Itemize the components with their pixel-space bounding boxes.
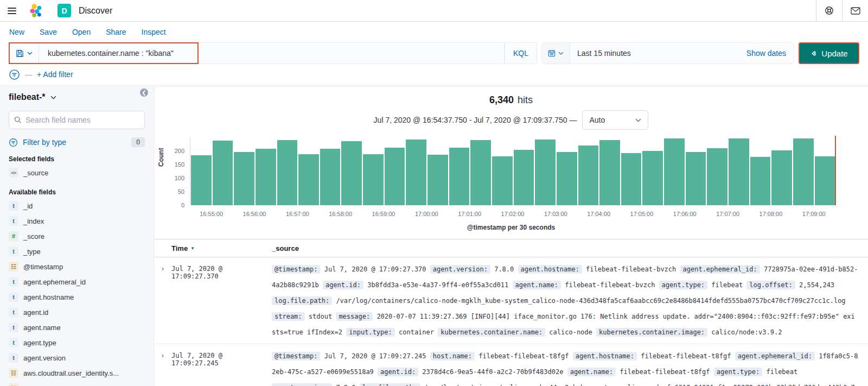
- saved-query-menu-button[interactable]: [10, 43, 39, 63]
- histogram-bar-16:55:00[interactable]: [213, 141, 233, 205]
- date-quick-select-button[interactable]: [542, 43, 570, 64]
- menu-item-save[interactable]: Save: [40, 28, 57, 36]
- add-filter-button[interactable]: + Add filter: [37, 70, 73, 79]
- filter-count-badge: 0: [131, 137, 145, 147]
- selected-fields-heading: Selected fields: [9, 155, 145, 163]
- field-item-agent.ephemeral_id[interactable]: tagent.ephemeral_id: [9, 274, 145, 289]
- collapse-sidebar-button[interactable]: ❮: [140, 88, 148, 97]
- field-name-badge: log.file.path:: [360, 383, 420, 386]
- field-name-badge: input.type:: [346, 328, 394, 337]
- menu-item-new[interactable]: New: [9, 28, 24, 36]
- histogram-bar-17:03:30[interactable]: [578, 145, 599, 205]
- histogram-bar-17:08:00[interactable]: [771, 150, 792, 205]
- histogram-bar-17:06:30[interactable]: [707, 148, 727, 206]
- doc-source: @timestamp: Jul 7, 2020 @ 17:09:27.245 h…: [272, 349, 868, 386]
- histogram-bar-17:05:30[interactable]: [664, 138, 685, 205]
- hits-label: hits: [518, 94, 533, 105]
- field-name-badge: kubernetes.container.name:: [438, 328, 545, 337]
- filter-icon: [9, 138, 18, 147]
- histogram-bar-17:07:30[interactable]: [750, 157, 771, 205]
- histogram-bar-17:02:00[interactable]: [514, 150, 534, 206]
- y-tick-100: 100: [175, 175, 184, 181]
- histogram-bar-16:57:30[interactable]: [320, 149, 341, 205]
- x-tick-16:55:00: 16:55:00: [190, 211, 233, 217]
- x-tick-16:57:00: 16:57:00: [276, 211, 319, 217]
- histogram-bar-17:06:00[interactable]: [686, 152, 706, 205]
- interval-select[interactable]: Auto: [582, 110, 648, 130]
- string-field-type-icon: t: [9, 277, 18, 287]
- field-item-_id[interactable]: t_id: [9, 198, 145, 213]
- field-name: _type: [23, 248, 41, 256]
- field-item-agent.version[interactable]: tagent.version: [9, 350, 145, 365]
- field-item-@timestamp[interactable]: ☷@timestamp: [9, 259, 145, 274]
- histogram-bar-17:00:30[interactable]: [449, 148, 470, 205]
- update-button[interactable]: Update: [799, 42, 859, 64]
- menu-icon[interactable]: [0, 0, 24, 21]
- string-field-type-icon: t: [9, 201, 18, 211]
- field-name-badge: agent.name:: [567, 368, 616, 376]
- histogram-bar-17:00:00[interactable]: [427, 155, 448, 206]
- histogram-bar-17:03:00[interactable]: [557, 152, 577, 206]
- field-name: _source: [23, 169, 48, 177]
- histogram-bar-16:56:30[interactable]: [277, 140, 298, 206]
- field-name: _id: [23, 202, 33, 210]
- expand-row-icon[interactable]: ›: [154, 349, 171, 386]
- time-column-header[interactable]: Time ▼: [171, 244, 272, 252]
- histogram-bar-16:57:00[interactable]: [298, 154, 319, 206]
- field-item-agent.id[interactable]: tagent.id: [9, 305, 145, 320]
- discover-app-icon[interactable]: D: [58, 4, 71, 17]
- query-input[interactable]: kubernetes.container.name : "kibana": [39, 43, 197, 63]
- histogram-bar-17:09:00[interactable]: [815, 156, 835, 205]
- histogram-bar-17:01:00[interactable]: [470, 140, 491, 205]
- field-item-agent.type[interactable]: tagent.type: [9, 335, 145, 350]
- y-axis-title: Count: [157, 148, 165, 167]
- menu-item-open[interactable]: Open: [72, 28, 91, 36]
- chevron-down-icon: [635, 118, 641, 122]
- histogram-bar-16:56:00[interactable]: [256, 149, 276, 205]
- date-field-type-icon: ☷: [9, 262, 18, 271]
- histogram-bar-17:02:30[interactable]: [535, 140, 556, 206]
- histogram-bar-17:01:30[interactable]: [492, 156, 513, 205]
- query-language-button[interactable]: KQL: [505, 42, 537, 64]
- menu-item-share[interactable]: Share: [106, 28, 126, 36]
- histogram-bar-16:58:00[interactable]: [341, 141, 362, 205]
- x-tick-17:08:00: 17:08:00: [749, 211, 792, 217]
- histogram-bar-17:07:00[interactable]: [729, 138, 749, 206]
- field-item-agent.name[interactable]: tagent.name: [9, 320, 145, 335]
- field-name-badge: agent.type:: [659, 281, 707, 289]
- histogram-bar-17:04:30[interactable]: [621, 153, 642, 206]
- available-fields-heading: Available fields: [9, 188, 145, 196]
- histogram-bar-16:59:30[interactable]: [406, 140, 426, 206]
- index-pattern-switcher[interactable]: filebeat-*: [9, 92, 145, 102]
- field-item-_type[interactable]: t_type: [9, 244, 145, 259]
- histogram-bar-17:08:30[interactable]: [793, 138, 814, 206]
- field-item-aws.cloudtrail.user_identity.s...[interactable]: ☷aws.cloudtrail.user_identity.s...: [9, 365, 145, 381]
- histogram-bar-17:05:00[interactable]: [642, 151, 663, 205]
- filter-by-type-button[interactable]: Filter by type: [9, 138, 66, 147]
- doc-timestamp: Jul 7, 2020 @ 17:09:27.370: [171, 262, 272, 340]
- histogram-bar-16:58:30[interactable]: [363, 154, 384, 205]
- field-item-_index[interactable]: t_index: [9, 213, 145, 229]
- query-input-extension[interactable]: [199, 42, 505, 64]
- histogram-bar-16:59:00[interactable]: [385, 148, 405, 205]
- expand-row-icon[interactable]: ›: [154, 262, 171, 340]
- field-search-input[interactable]: Search field names: [9, 111, 145, 129]
- x-tick-17:02:00: 17:02:00: [491, 211, 534, 217]
- time-range-value[interactable]: Last 15 minutes: [570, 49, 739, 58]
- field-item-_source[interactable]: </>_source: [9, 165, 145, 180]
- x-tick-16:56:00: 16:56:00: [233, 211, 276, 217]
- field-name-badge: log.offset:: [746, 281, 795, 289]
- show-dates-button[interactable]: Show dates: [739, 49, 794, 58]
- field-item-_score[interactable]: #_score: [9, 229, 145, 244]
- time-range-text: Jul 7, 2020 @ 16:54:37.750 - Jul 7, 2020…: [374, 116, 577, 124]
- help-icon[interactable]: [816, 0, 842, 21]
- histogram-bar-16:55:30[interactable]: [234, 152, 254, 205]
- menu-item-inspect[interactable]: Inspect: [142, 28, 166, 36]
- field-item-azure.auditlogs.properties.ac...[interactable]: ☷azure.auditlogs.properties.ac...: [9, 381, 145, 386]
- mail-icon[interactable]: [842, 0, 868, 21]
- x-tick-17:09:00: 17:09:00: [793, 211, 835, 217]
- field-item-agent.hostname[interactable]: tagent.hostname: [9, 289, 145, 305]
- histogram-bar-16:54:30[interactable]: [191, 155, 212, 206]
- histogram-bar-17:04:00[interactable]: [599, 140, 620, 206]
- filter-icon[interactable]: [9, 69, 20, 80]
